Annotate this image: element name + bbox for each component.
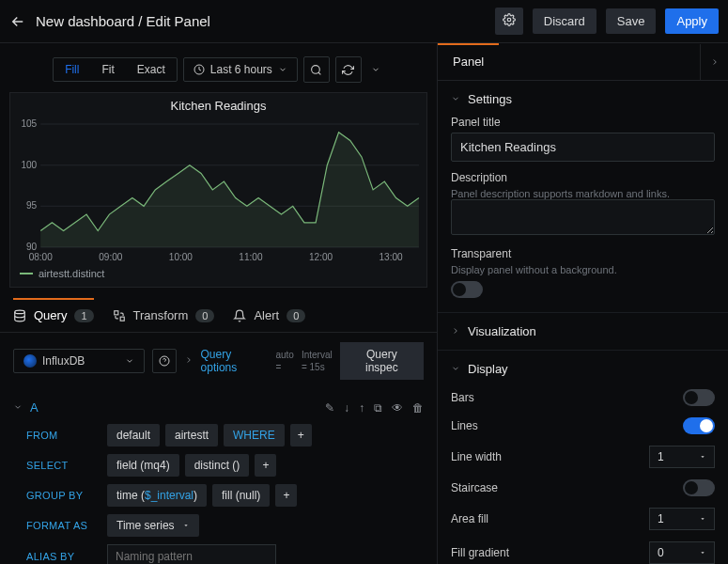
query-edit-icon[interactable]: ✎ <box>325 401 334 415</box>
select-agg-chip[interactable]: distinct () <box>185 454 250 477</box>
chevron-down-icon <box>13 402 23 412</box>
exact-mode-button[interactable]: Exact <box>126 58 177 81</box>
discard-button[interactable]: Discard <box>533 8 596 34</box>
time-range-picker[interactable]: Last 6 hours <box>183 57 298 82</box>
description-textarea[interactable] <box>451 199 715 235</box>
panel-expand-button[interactable] <box>700 44 728 80</box>
tab-transform[interactable]: Transform 0 <box>113 308 215 322</box>
chevron-down-icon <box>451 94 460 103</box>
caret-down-icon <box>699 515 706 523</box>
query-name[interactable]: A <box>30 400 39 415</box>
where-keyword-chip[interactable]: WHERE <box>224 424 285 446</box>
auto-label: auto <box>275 350 293 360</box>
database-icon <box>13 309 26 322</box>
bars-toggle[interactable] <box>683 389 715 406</box>
datasource-help-button[interactable] <box>152 349 177 373</box>
display-title: Display <box>468 362 508 376</box>
chevron-right-icon <box>451 326 460 336</box>
format-label: FORMAT AS <box>26 520 101 531</box>
time-range-label: Last 6 hours <box>210 63 272 76</box>
caret-down-icon <box>699 453 706 461</box>
bars-label: Bars <box>451 391 474 404</box>
tab-query[interactable]: Query 1 <box>13 308 94 322</box>
alias-label: ALIAS BY <box>26 551 101 562</box>
help-icon <box>159 355 170 367</box>
lines-toggle[interactable] <box>683 417 715 434</box>
visualization-section-toggle[interactable]: Visualization <box>451 324 715 338</box>
save-button[interactable]: Save <box>606 8 657 34</box>
groupby-fill-chip[interactable]: fill (null) <box>212 484 270 507</box>
refresh-button[interactable] <box>335 56 362 83</box>
select-label: SELECT <box>26 460 101 471</box>
svg-text:08:00: 08:00 <box>29 252 54 262</box>
query-duplicate-icon[interactable]: ⧉ <box>374 401 382 415</box>
fill-mode-button[interactable]: Fill <box>54 58 90 81</box>
refresh-dropdown[interactable] <box>367 56 384 83</box>
time-series-chart[interactable]: 909510010508:0009:0010:0011:0012:0013:00 <box>10 118 426 264</box>
caret-down-icon <box>182 522 190 529</box>
panel-title-input[interactable] <box>451 133 715 162</box>
zoom-out-button[interactable] <box>303 56 330 83</box>
chart-title: Kitchen Readings <box>10 93 426 118</box>
line-width-select[interactable]: 1 <box>649 446 715 468</box>
groupby-time-chip[interactable]: time ($_interval) <box>107 484 207 507</box>
transparent-hint: Display panel without a background. <box>451 264 715 275</box>
svg-text:09:00: 09:00 <box>99 252 123 262</box>
influxdb-icon <box>23 354 37 368</box>
svg-text:12:00: 12:00 <box>309 252 333 262</box>
settings-section-toggle[interactable]: Settings <box>451 92 715 106</box>
lines-label: Lines <box>451 419 478 432</box>
magnifier-icon <box>310 64 322 76</box>
where-add-button[interactable]: + <box>290 424 312 446</box>
groupby-label: GROUP BY <box>26 490 101 501</box>
tab-alert[interactable]: Alert 0 <box>233 308 305 322</box>
chart-panel: Kitchen Readings 909510010508:0009:0010:… <box>9 92 427 288</box>
groupby-add-button[interactable]: + <box>275 484 297 507</box>
select-add-button[interactable]: + <box>255 454 276 477</box>
from-measurement-chip[interactable]: airtestt <box>165 424 218 446</box>
query-collapse-toggle[interactable] <box>13 400 23 415</box>
tab-alert-label: Alert <box>254 308 279 322</box>
svg-text:100: 100 <box>21 160 37 170</box>
transparent-toggle[interactable] <box>451 281 483 298</box>
transparent-label: Transparent <box>451 247 715 260</box>
display-section-toggle[interactable]: Display <box>451 362 715 376</box>
apply-button[interactable]: Apply <box>665 8 719 34</box>
interval-label: Interval <box>302 350 333 360</box>
panel-title-label: Panel title <box>451 116 715 129</box>
staircase-toggle[interactable] <box>683 479 715 496</box>
datasource-select[interactable]: InfluxDB <box>13 349 145 373</box>
format-select[interactable]: Time series <box>107 514 199 537</box>
select-field-chip[interactable]: field (mq4) <box>107 454 179 477</box>
svg-rect-19 <box>120 317 124 321</box>
query-move-down-icon[interactable]: ↓ <box>344 401 349 415</box>
chevron-right-icon <box>710 57 720 67</box>
query-delete-icon[interactable]: 🗑 <box>412 401 424 415</box>
format-value: Time series <box>116 519 175 532</box>
from-label: FROM <box>26 430 101 441</box>
refresh-icon <box>342 64 354 76</box>
clock-icon <box>194 64 205 75</box>
fill-gradient-select[interactable]: 0 <box>649 541 715 564</box>
area-fill-label: Area fill <box>451 512 488 525</box>
from-default-chip[interactable]: default <box>107 424 160 446</box>
panel-tab[interactable]: Panel <box>438 43 499 80</box>
back-arrow-icon[interactable] <box>9 13 26 30</box>
query-move-up-icon[interactable]: ↑ <box>359 401 364 415</box>
visualization-title: Visualization <box>468 324 536 338</box>
query-count-badge: 1 <box>74 309 93 322</box>
svg-text:95: 95 <box>26 200 38 211</box>
query-inspector-button[interactable]: Query inspec <box>340 342 424 380</box>
settings-gear-button[interactable] <box>495 8 523 35</box>
view-mode-segment: Fill Fit Exact <box>53 57 178 82</box>
chevron-down-icon <box>278 65 287 74</box>
fit-mode-button[interactable]: Fit <box>90 58 125 81</box>
staircase-label: Staircase <box>451 481 498 494</box>
legend-swatch <box>20 273 33 274</box>
query-toggle-visibility-icon[interactable]: 👁 <box>392 401 403 415</box>
alias-input[interactable] <box>107 544 276 564</box>
gear-icon <box>503 13 516 26</box>
query-options-expand[interactable] <box>184 354 194 368</box>
alert-count-badge: 0 <box>287 309 305 322</box>
area-fill-select[interactable]: 1 <box>649 508 715 530</box>
